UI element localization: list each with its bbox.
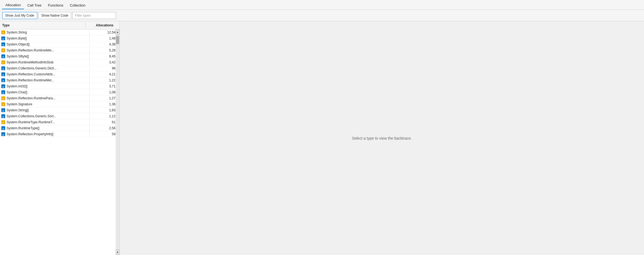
table-row[interactable]: C System.String 12,540 [0,29,119,35]
table-row[interactable]: [] System.RuntimeType[] 2,566 [0,125,119,131]
filter-input[interactable] [72,12,116,19]
array-icon: [] [1,42,5,47]
type-name: System.Int32[] [7,84,27,88]
array-icon: [] [1,90,5,94]
cell-allocations: 5,260 [90,48,119,53]
table-row[interactable]: [] System.SByte[] 8,459 [0,53,119,59]
table-row[interactable]: C System.RuntimeType.RuntimeT... 615 [0,119,119,125]
cell-type: [] System.Char[] [0,90,90,95]
class-icon: C [1,102,5,106]
table-row[interactable]: [] System.Int32[] 3,715 [0,83,119,89]
cell-type: [] System.Collections.Generic.Sort... [0,113,90,119]
svg-text:[]: [] [2,38,4,40]
show-just-my-code-button[interactable]: Show Just My Code [2,12,37,19]
array-icon: [] [1,72,5,76]
cell-type: [] System.Object[] [0,42,90,47]
cell-type: [] System.Reflection.PropertyInfo[] [0,131,90,137]
scroll-thumb[interactable] [116,36,119,44]
table-row[interactable]: [] System.Reflection.CustomAttrib... 4,2… [0,71,119,77]
cell-allocations: 965 [90,66,119,71]
cell-type: C System.Signature [0,102,90,107]
scroll-up-button[interactable]: ▲ [116,29,119,35]
table-row[interactable]: C System.RuntimeMethodInfoStub 3,424 [0,59,119,65]
svg-text:[]: [] [2,44,4,46]
cell-allocations: 1,223 [90,78,119,83]
type-name: System.Byte[] [7,36,27,40]
type-name: System.Collections.Generic.Dicti... [7,66,57,70]
table-row[interactable]: C System.Signature 1,368 [0,101,119,107]
table-row[interactable]: [] System.Collections.Generic.Dicti... 9… [0,65,119,71]
svg-text:[]: [] [2,127,4,130]
table-row[interactable]: [] System.Byte[] 1,483 [0,35,119,41]
cell-allocations: 4,212 [90,72,119,77]
svg-text:C: C [2,121,4,124]
col-type-header: Type [0,22,86,28]
table-row[interactable]: [] System.Char[] 1,060 [0,89,119,95]
svg-text:C: C [2,61,4,64]
cell-allocations: 1,368 [90,102,119,107]
show-native-code-button[interactable]: Show Native Code [38,12,71,19]
tab-collection[interactable]: Collection [67,2,89,9]
cell-type: [] System.RuntimeType[] [0,125,90,131]
type-name: System.Char[] [7,90,27,94]
svg-text:[]: [] [2,133,4,136]
array-icon: [] [1,78,5,82]
tab-call-tree[interactable]: Call Tree [24,2,45,9]
svg-text:[]: [] [2,109,4,112]
array-icon: [] [1,114,5,118]
table-row[interactable]: [] System.Collections.Generic.Sort... 1,… [0,113,119,119]
toolbar: Show Just My Code Show Native Code [0,10,644,21]
backtrace-empty-message: Select a type to view the backtrace. [352,136,412,140]
cell-allocations: 1,060 [90,90,119,95]
table-row[interactable]: C System.Reflection.RuntimePara... 1,271 [0,95,119,101]
cell-allocations: 1,838 [90,108,119,113]
cell-allocations: 3,715 [90,84,119,89]
table-row[interactable]: C System.Reflection.RuntimeMet... 5,260 [0,47,119,53]
scrollbar[interactable]: ▲ ▼ [116,29,119,255]
table-row[interactable]: [] System.String[] 1,838 [0,107,119,113]
cell-type: C System.RuntimeMethodInfoStub [0,60,90,65]
cell-allocations: 4,381 [90,42,119,47]
type-table-panel: Type Allocations C System.String 12,540 … [0,21,120,255]
cell-type: [] System.String[] [0,107,90,113]
table-body: C System.String 12,540 [] System.Byte[] … [0,29,119,255]
class-icon: C [1,48,5,53]
scroll-track[interactable] [116,35,119,250]
cell-type: [] System.Collections.Generic.Dicti... [0,66,90,71]
cell-allocations: 596 [90,132,119,137]
col-allocations-header: Allocations [86,22,116,28]
table-row[interactable]: [] System.Reflection.PropertyInfo[] 596 [0,131,119,137]
array-icon: [] [1,36,5,41]
table-row[interactable]: [] System.Reflection.RuntimeMet... 1,223 [0,77,119,83]
tab-functions[interactable]: Functions [45,2,66,9]
svg-text:[]: [] [2,115,4,118]
cell-allocations: 8,459 [90,54,119,59]
main-area: Type Allocations C System.String 12,540 … [0,21,644,255]
cell-allocations: 3,424 [90,60,119,65]
cell-allocations: 1,125 [90,114,119,119]
table-row[interactable]: [] System.Object[] 4,381 [0,41,119,47]
table-header: Type Allocations [0,21,119,29]
tab-allocation[interactable]: Allocation [2,2,24,9]
backtrace-panel: Select a type to view the backtrace. [120,21,644,255]
type-name: System.Collections.Generic.Sort... [7,114,56,118]
type-name: System.RuntimeMethodInfoStub [7,60,54,64]
array-icon: [] [1,66,5,70]
cell-type: C System.Reflection.RuntimeMet... [0,48,90,53]
svg-text:C: C [2,103,4,106]
cell-type: [] System.Byte[] [0,36,90,41]
type-name: System.Object[] [7,42,30,46]
type-name: System.RuntimeType.RuntimeT... [7,120,55,124]
class-icon: C [1,60,5,64]
svg-text:[]: [] [2,73,4,76]
svg-text:[]: [] [2,79,4,82]
type-name: System.Reflection.RuntimeMet... [7,48,54,52]
svg-text:[]: [] [2,85,4,88]
scroll-down-button[interactable]: ▼ [116,250,119,255]
svg-text:C: C [2,49,4,52]
cell-allocations: 1,271 [90,96,119,101]
type-name: System.Signature [7,102,32,106]
class-icon: C [1,96,5,100]
cell-allocations: 1,483 [90,36,119,41]
type-name: System.String [7,30,27,34]
